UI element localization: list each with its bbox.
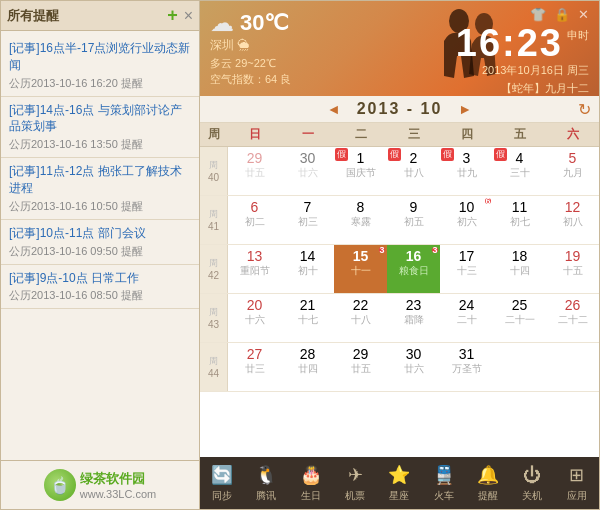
cal-day-2-1[interactable]: 14初十 [281,245,334,293]
lunar-text: 初六 [457,216,477,228]
cal-day-4-6[interactable] [546,343,599,391]
lunar-text: 廿八 [404,167,424,179]
day-number: 3 [463,150,471,167]
toolbar-item-星座[interactable]: ⭐ 星座 [381,459,417,507]
weather-controls: 👕 🔒 ✕ [530,7,589,22]
day-number: 30 [300,150,316,167]
cal-day-3-3[interactable]: 23霜降 [387,294,440,342]
cal-day-0-6[interactable]: 5九月 [546,147,599,195]
reminder-item-0[interactable]: [记事]16点半-17点浏览行业动态新闻 公历2013-10-16 16:20 … [1,35,199,97]
next-month-button[interactable]: ► [454,101,476,117]
prev-month-button[interactable]: ◄ [323,101,345,117]
lunar-text: 廿六 [298,167,318,179]
cal-day-0-1[interactable]: 30廿六 [281,147,334,195]
current-time: 16:23 [456,24,563,62]
cal-day-4-4[interactable]: 31万圣节 [440,343,493,391]
cal-day-2-3[interactable]: 316粮食日 [387,245,440,293]
toolbar-item-腾讯[interactable]: 🐧 腾讯 [248,459,284,507]
lunar-text: 粮食日 [399,265,429,277]
lunar-text: 霜降 [404,314,424,326]
cal-day-0-2[interactable]: 假1国庆节 [334,147,387,195]
right-panel: ☁ 30℃ 深圳 🌦 多云 29~22℃ 空气指数：64 良 👕 🔒 ✕ 16:… [200,0,600,510]
reminder-meta: 公历2013-10-16 08:50 提醒 [9,288,191,303]
reminder-title: [记事]9点-10点 日常工作 [9,270,191,287]
cal-header-一: 一 [281,123,334,146]
cal-day-4-1[interactable]: 28廿四 [281,343,334,391]
cal-day-1-2[interactable]: 8寒露 [334,196,387,244]
cal-day-2-0[interactable]: 13重阳节 [228,245,281,293]
cal-day-4-2[interactable]: 29廿五 [334,343,387,391]
cal-day-4-0[interactable]: 27廿三 [228,343,281,391]
reminder-item-4[interactable]: [记事]9点-10点 日常工作 公历2013-10-16 08:50 提醒 [1,265,199,310]
cal-day-0-4[interactable]: 假3廿九 [440,147,493,195]
cal-day-2-5[interactable]: 18十四 [493,245,546,293]
cal-week-num-3: 周43 [200,294,228,342]
reminder-item-1[interactable]: [记事]14点-16点 与策划部讨论产品策划事 公历2013-10-16 13:… [1,97,199,159]
cal-day-1-5[interactable]: 11初七 [493,196,546,244]
left-panel: 所有提醒 + × [记事]16点半-17点浏览行业动态新闻 公历2013-10-… [0,0,200,510]
event-dot: 6 [485,198,491,204]
current-date: 2013年10月16日 周三 [482,62,589,80]
toolbar-icon-应用: ⊞ [565,463,589,487]
reminder-title: [记事]11点-12点 抱张工了解技术进程 [9,163,191,197]
lunar-text: 廿五 [351,363,371,375]
day-number: 27 [247,346,263,363]
cal-day-3-6[interactable]: 26二十二 [546,294,599,342]
left-panel-title: 所有提醒 [7,7,59,25]
toolbar-item-机票[interactable]: ✈ 机票 [337,459,373,507]
toolbar-item-提醒[interactable]: 🔔 提醒 [470,459,506,507]
holiday-tag: 假 [494,148,507,161]
toolbar-icon-星座: ⭐ [387,463,411,487]
cal-day-0-3[interactable]: 假2廿八 [387,147,440,195]
toolbar-label-提醒: 提醒 [478,489,498,503]
toolbar-label-应用: 应用 [567,489,587,503]
lunar-text: 十四 [510,265,530,277]
toolbar-icon-火车: 🚆 [432,463,456,487]
cal-day-1-3[interactable]: 9初五 [387,196,440,244]
add-reminder-button[interactable]: + [167,5,178,26]
reminder-meta: 公历2013-10-16 16:20 提醒 [9,76,191,91]
refresh-calendar-button[interactable]: ↻ [578,100,591,119]
time-display: 16:23 申时 [456,24,589,62]
reminder-item-2[interactable]: [记事]11点-12点 抱张工了解技术进程 公历2013-10-16 10:50… [1,158,199,220]
weather-settings-icon[interactable]: 👕 [530,7,546,22]
cal-day-3-4[interactable]: 24二十 [440,294,493,342]
weather-close-icon[interactable]: ✕ [578,7,589,22]
toolbar-item-火车[interactable]: 🚆 火车 [426,459,462,507]
cal-day-3-0[interactable]: 20十六 [228,294,281,342]
toolbar-icon-腾讯: 🐧 [254,463,278,487]
cal-day-3-2[interactable]: 22十八 [334,294,387,342]
cal-day-1-6[interactable]: 12初八 [546,196,599,244]
weather-lock-icon[interactable]: 🔒 [554,7,570,22]
toolbar-label-生日: 生日 [301,489,321,503]
cal-day-2-2[interactable]: 315十一 [334,245,387,293]
cal-day-4-5[interactable] [493,343,546,391]
cal-day-1-0[interactable]: 6初二 [228,196,281,244]
day-number: 15 [353,248,369,265]
cal-day-0-5[interactable]: 假4三十 [493,147,546,195]
cal-day-3-5[interactable]: 25二十一 [493,294,546,342]
close-left-panel-button[interactable]: × [184,7,193,25]
cal-day-1-1[interactable]: 7初三 [281,196,334,244]
cal-day-1-4[interactable]: 610初六 [440,196,493,244]
cal-header-周: 周 [200,123,228,146]
toolbar-item-生日[interactable]: 🎂 生日 [293,459,329,507]
day-number: 16 [406,248,422,265]
toolbar-item-关机[interactable]: ⏻ 关机 [514,459,550,507]
cal-day-2-6[interactable]: 19十五 [546,245,599,293]
cal-week-num-4: 周44 [200,343,228,391]
toolbar-label-机票: 机票 [345,489,365,503]
toolbar-item-应用[interactable]: ⊞ 应用 [559,459,595,507]
toolbar-item-同步[interactable]: 🔄 同步 [204,459,240,507]
reminder-item-3[interactable]: [记事]10点-11点 部门会议 公历2013-10-16 09:50 提醒 [1,220,199,265]
cal-day-0-0[interactable]: 29廿五 [228,147,281,195]
cal-day-3-1[interactable]: 21十七 [281,294,334,342]
cal-day-4-3[interactable]: 30廿六 [387,343,440,391]
cal-week-row-3: 周4320十六21十七22十八23霜降24二十25二十一26二十二 [200,294,599,343]
lunar-text: 初七 [510,216,530,228]
cal-day-2-4[interactable]: 17十三 [440,245,493,293]
reminder-meta: 公历2013-10-16 09:50 提醒 [9,244,191,259]
calendar-nav: ◄ 2013 - 10 ► ↻ [200,96,599,123]
calendar-month-title: 2013 - 10 [357,100,443,118]
reminder-title: [记事]10点-11点 部门会议 [9,225,191,242]
